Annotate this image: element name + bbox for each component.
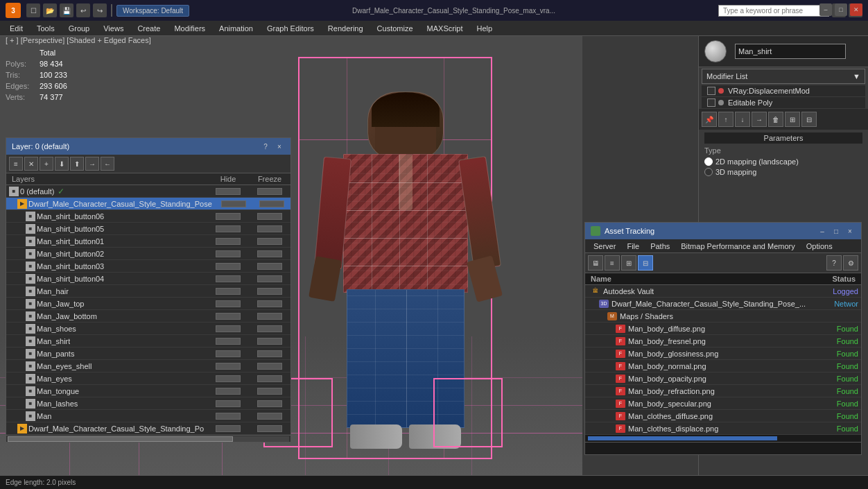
menu-views[interactable]: Views bbox=[96, 23, 130, 34]
layers-btn-4[interactable]: ⬆ bbox=[70, 157, 84, 171]
layer-row-shoes[interactable]: ■ Man_shoes bbox=[6, 323, 290, 335]
layer-row-jaw-top[interactable]: ■ Man_Jaw_top bbox=[6, 298, 290, 310]
layers-btn-6[interactable]: ← bbox=[101, 157, 114, 171]
layer-row-hair[interactable]: ■ Man_hair bbox=[6, 285, 290, 298]
menu-maxscript[interactable]: MAXScript bbox=[420, 23, 470, 34]
layer-row-dwarf2[interactable]: ▶ Dwarf_Male_Character_Casual_Style_Stan… bbox=[6, 422, 290, 435]
asset-row-clothes-diffuse[interactable]: F Man_clothes_diffuse.png Found bbox=[585, 410, 861, 422]
asset-searchbar[interactable] bbox=[585, 442, 861, 454]
object-name-field[interactable] bbox=[735, 44, 846, 59]
layers-btn-2[interactable]: + bbox=[40, 157, 53, 171]
menu-modifiers[interactable]: Modifiers bbox=[167, 23, 212, 34]
workspace-selector[interactable]: Workspace: Default bbox=[116, 5, 189, 17]
menu-animation[interactable]: Animation bbox=[212, 23, 260, 34]
at-btn-0[interactable]: 🖥 bbox=[588, 255, 603, 271]
layer-row-dwarf[interactable]: ▶ Dwarf_Male_Character_Casual_Style_Stan… bbox=[6, 198, 290, 210]
minimize-btn[interactable]: – bbox=[819, 3, 832, 16]
asset-row-body-fresnel[interactable]: F Man_body_fresnel.png Found bbox=[585, 335, 861, 348]
layer-row-eyes[interactable]: ■ Man_eyes bbox=[6, 372, 290, 385]
layers-btn-1[interactable]: ✕ bbox=[24, 157, 38, 171]
modifier-checkbox-vray[interactable] bbox=[707, 87, 715, 95]
layer-row-shirt[interactable]: ■ Man_shirt bbox=[6, 335, 290, 348]
asset-menu-bitmap[interactable]: Bitmap Performance and Memory bbox=[675, 241, 800, 251]
at-btn-settings[interactable]: ⚙ bbox=[843, 255, 858, 271]
modifier-checkbox-epoly[interactable] bbox=[707, 98, 715, 107]
layer-row-btn05[interactable]: ■ Man_shirt_button05 bbox=[6, 223, 290, 235]
maximize-btn[interactable]: □ bbox=[835, 3, 847, 16]
layers-btn-3[interactable]: ⬇ bbox=[55, 157, 69, 171]
close-btn[interactable]: ✕ bbox=[850, 3, 862, 16]
scroll-thumb[interactable] bbox=[8, 436, 233, 442]
layer-freeze-default[interactable] bbox=[249, 188, 290, 195]
modifier-item-vray[interactable]: VRay:DisplacementMod bbox=[702, 85, 865, 96]
layer-row-btn03[interactable]: ■ Man_shirt_button03 bbox=[6, 260, 290, 273]
redo-btn[interactable]: ↪ bbox=[93, 3, 107, 17]
menu-rendering[interactable]: Rendering bbox=[321, 23, 370, 34]
layers-scrollbar[interactable] bbox=[6, 435, 290, 442]
layer-freeze-dwarf[interactable] bbox=[252, 200, 290, 207]
asset-row-dwarf[interactable]: 3D Dwarf_Male_Character_Casual_Style_Sta… bbox=[585, 298, 861, 310]
layers-btn-5[interactable]: → bbox=[85, 157, 99, 171]
radio-3d[interactable] bbox=[704, 168, 713, 176]
asset-menu-server[interactable]: Server bbox=[588, 241, 621, 251]
layer-row-man[interactable]: ■ Man bbox=[6, 410, 290, 422]
asset-row-maps[interactable]: M Maps / Shaders bbox=[585, 310, 861, 323]
menu-create[interactable]: Create bbox=[130, 23, 167, 34]
save-btn[interactable]: 💾 bbox=[60, 3, 73, 17]
layer-row-lashes[interactable]: ■ Man_lashes bbox=[6, 397, 290, 410]
at-btn-help[interactable]: ? bbox=[826, 255, 842, 271]
mapping-option-2d[interactable]: 2D mapping (landscape) bbox=[704, 157, 862, 166]
layer-row-btn01[interactable]: ■ Man_shirt_button01 bbox=[6, 235, 290, 248]
asset-menu-options[interactable]: Options bbox=[801, 241, 838, 251]
at-btn-1[interactable]: ≡ bbox=[605, 255, 620, 271]
menu-graph-editors[interactable]: Graph Editors bbox=[260, 23, 321, 34]
asset-minimize-btn[interactable]: – bbox=[817, 225, 828, 237]
layer-hide-default[interactable] bbox=[207, 188, 249, 195]
open-btn[interactable]: 📂 bbox=[43, 3, 57, 17]
layer-row-btn02[interactable]: ■ Man_shirt_button02 bbox=[6, 248, 290, 260]
radio-2d[interactable] bbox=[704, 157, 713, 166]
layer-row-tongue[interactable]: ■ Man_tongue bbox=[6, 385, 290, 397]
modifier-item-editable-poly[interactable]: Editable Poly bbox=[702, 97, 865, 108]
new-btn[interactable]: ☐ bbox=[26, 3, 40, 17]
menu-tools[interactable]: Tools bbox=[30, 23, 62, 34]
asset-row-body-refraction[interactable]: F Man_body_refraction.png Found bbox=[585, 385, 861, 397]
asset-row-body-opacity[interactable]: F Man_body_opacity.png Found bbox=[585, 372, 861, 385]
layer-row-default[interactable]: ■ 0 (default) ✓ bbox=[6, 185, 290, 198]
rp-btn-sel[interactable]: → bbox=[752, 112, 767, 127]
rp-btn-move[interactable]: ↑ bbox=[718, 112, 734, 127]
layers-close-btn[interactable]: × bbox=[274, 141, 285, 152]
menu-customize[interactable]: Customize bbox=[370, 23, 420, 34]
mapping-option-3d[interactable]: 3D mapping bbox=[704, 168, 862, 176]
layers-btn-0[interactable]: ≡ bbox=[9, 157, 23, 171]
at-btn-3[interactable]: ⊟ bbox=[638, 255, 653, 271]
asset-row-body-normal[interactable]: F Man_body_normal.png Found bbox=[585, 360, 861, 372]
rp-btn-move2[interactable]: ↓ bbox=[735, 112, 750, 127]
undo-btn[interactable]: ↩ bbox=[76, 3, 90, 17]
layer-row-btn06[interactable]: ■ Man_shirt_button06 bbox=[6, 210, 290, 223]
rp-btn-pin[interactable]: 📌 bbox=[702, 112, 717, 127]
asset-menu-file[interactable]: File bbox=[621, 241, 645, 251]
layer-row-btn04[interactable]: ■ Man_shirt_button04 bbox=[6, 273, 290, 285]
at-btn-2[interactable]: ⊞ bbox=[621, 255, 636, 271]
asset-menu-paths[interactable]: Paths bbox=[645, 241, 675, 251]
search-input[interactable] bbox=[718, 5, 829, 17]
rp-btn-copy[interactable]: ⊞ bbox=[785, 112, 800, 127]
menu-group[interactable]: Group bbox=[62, 23, 97, 34]
asset-row-body-specular[interactable]: F Man_body_specular.png Found bbox=[585, 397, 861, 410]
asset-row-body-diffuse[interactable]: F Man_body_diffuse.png Found bbox=[585, 323, 861, 335]
menu-edit[interactable]: Edit bbox=[3, 23, 30, 34]
asset-row-body-gloss[interactable]: F Man_body_glossiness.png Found bbox=[585, 348, 861, 360]
asset-row-clothes-displace[interactable]: F Man_clothes_displace.png Found bbox=[585, 422, 861, 435]
rp-btn-del[interactable]: 🗑 bbox=[768, 112, 783, 127]
layer-row-jaw-bot[interactable]: ■ Man_Jaw_bottom bbox=[6, 310, 290, 323]
asset-row-vault[interactable]: 🏛 Autodesk Vault Logged bbox=[585, 285, 861, 298]
modifier-list-dropdown[interactable]: Modifier List ▼ bbox=[702, 69, 865, 84]
layer-row-eyes-shell[interactable]: ■ Man_eyes_shell bbox=[6, 360, 290, 372]
layer-hide-dwarf[interactable] bbox=[215, 200, 253, 207]
menu-help[interactable]: Help bbox=[470, 23, 500, 34]
asset-close-btn[interactable]: × bbox=[844, 225, 856, 237]
layers-help-btn[interactable]: ? bbox=[260, 141, 271, 152]
rp-btn-paste[interactable]: ⊟ bbox=[801, 112, 817, 127]
asset-restore-btn[interactable]: □ bbox=[831, 225, 842, 237]
